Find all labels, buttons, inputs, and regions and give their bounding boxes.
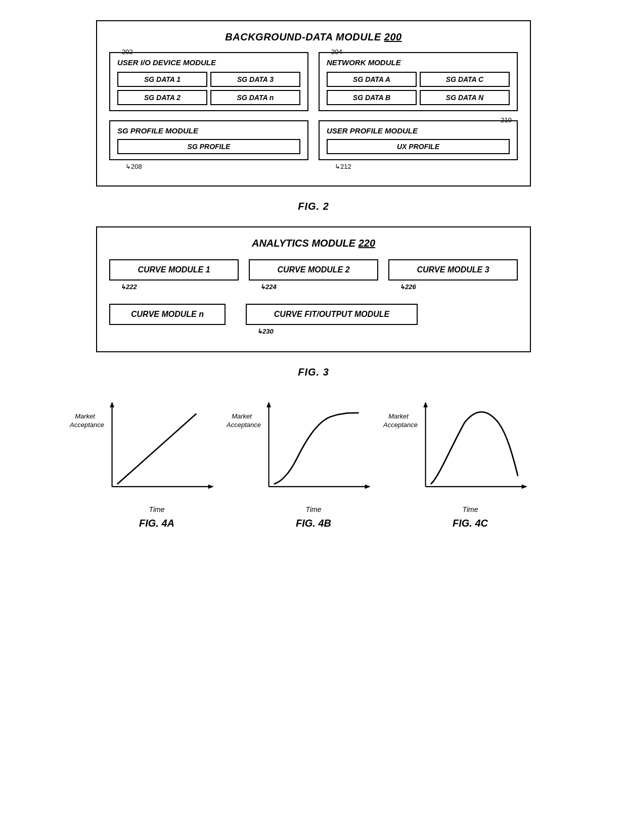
fig3-row1: CURVE MODULE 1 ↳222 CURVE MODULE 2 ↳224 … (109, 259, 518, 281)
fig2-top-row: —202 USER I/O DEVICE MODULE SG DATA 1 SG… (109, 52, 518, 111)
sg-data-a: SG DATA A (327, 72, 417, 87)
svg-marker-7 (365, 484, 371, 489)
sg-data-3: SG DATA 3 (210, 72, 300, 87)
fig4a-x-label: Time (149, 505, 165, 514)
fig4a-y-label: Market Acceptance (70, 412, 100, 430)
sg-data-n: SG DATA n (210, 90, 300, 105)
curve-module-2: CURVE MODULE 2 ↳224 (249, 259, 378, 281)
fig2-diagram: BACKGROUND-DATA MODULE 200 —202 USER I/O… (96, 20, 531, 186)
sg-profile-title: SG PROFILE MODULE (117, 126, 300, 135)
fig2-title: BACKGROUND-DATA MODULE 200 (109, 31, 518, 43)
curve-module-3: CURVE MODULE 3 ↳226 (388, 259, 518, 281)
fig3-caption: FIG. 3 (298, 366, 329, 378)
fig4a-caption: FIG. 4A (139, 518, 174, 529)
fig4c-svg (399, 397, 541, 503)
fig4b-caption: FIG. 4B (296, 518, 331, 529)
user-profile-title: USER PROFILE MODULE (327, 126, 510, 135)
fig2-bottom-row: SG PROFILE MODULE SG PROFILE ↳208 —210 U… (109, 120, 518, 160)
svg-marker-10 (423, 402, 428, 407)
sg-profile-item: SG PROFILE (117, 139, 300, 154)
sg-data-n-net: SG DATA N (420, 90, 510, 105)
fig4b-y-label: Market Acceptance (227, 412, 257, 430)
sg-profile-module: SG PROFILE MODULE SG PROFILE ↳208 (109, 120, 308, 160)
fig4b-wrapper: Market Acceptance Time FIG. 4B (243, 397, 384, 529)
fig4b-x-label: Time (306, 505, 322, 514)
fig3-row2: CURVE MODULE n CURVE FIT/OUTPUT MODULE ↳… (109, 304, 518, 325)
fig4a-wrapper: Market Acceptance Time FIG. 4A (86, 397, 228, 529)
fig4a-chart: Market Acceptance (86, 397, 228, 503)
fig4c-x-label: Time (463, 505, 478, 514)
network-module: —204 NETWORK MODULE SG DATA A SG DATA C … (319, 52, 518, 111)
sg-data-grid-left: SG DATA 1 SG DATA 3 SG DATA 2 SG DATA n (117, 72, 300, 105)
sg-data-1: SG DATA 1 (117, 72, 207, 87)
fig4-row: Market Acceptance Time FIG. 4A Market Ac… (35, 397, 592, 529)
svg-marker-2 (110, 402, 114, 407)
sg-data-grid-right: SG DATA A SG DATA C SG DATA B SG DATA N (327, 72, 510, 105)
ux-profile-item: UX PROFILE (327, 139, 510, 154)
sg-data-b: SG DATA B (327, 90, 417, 105)
sg-data-2: SG DATA 2 (117, 90, 207, 105)
svg-marker-6 (266, 402, 271, 407)
svg-marker-3 (208, 484, 214, 489)
network-module-title: NETWORK MODULE (327, 58, 510, 67)
curve-fit-module: CURVE FIT/OUTPUT MODULE ↳230 (246, 304, 418, 325)
fig3-title: ANALYTICS MODULE 220 (109, 238, 518, 249)
user-io-module-title: USER I/O DEVICE MODULE (117, 58, 300, 67)
fig4b-svg (243, 397, 384, 503)
fig3-diagram: ANALYTICS MODULE 220 CURVE MODULE 1 ↳222… (96, 226, 531, 352)
curve-module-n: CURVE MODULE n (109, 304, 226, 325)
fig4a-svg (86, 397, 228, 503)
user-profile-module: —210 USER PROFILE MODULE UX PROFILE ↳212 (319, 120, 518, 160)
sg-data-c: SG DATA C (420, 72, 510, 87)
svg-marker-11 (522, 484, 527, 489)
fig4c-y-label: Market Acceptance (383, 412, 414, 430)
fig4b-chart: Market Acceptance (243, 397, 384, 503)
fig4c-wrapper: Market Acceptance Time FIG. 4C (399, 397, 541, 529)
user-io-module: —202 USER I/O DEVICE MODULE SG DATA 1 SG… (109, 52, 308, 111)
fig4c-chart: Market Acceptance (399, 397, 541, 503)
curve-module-1: CURVE MODULE 1 ↳222 (109, 259, 239, 281)
fig2-caption: FIG. 2 (298, 201, 329, 212)
fig4c-caption: FIG. 4C (453, 518, 488, 529)
